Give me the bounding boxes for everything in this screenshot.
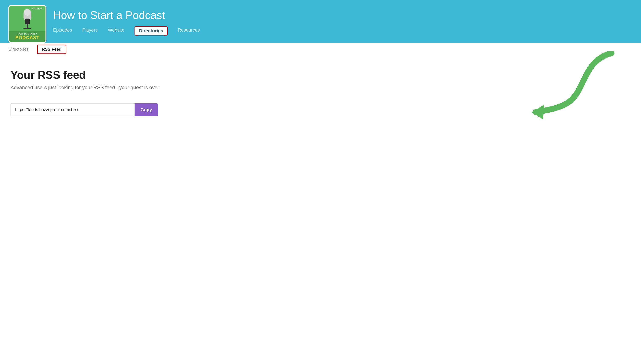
rss-url-input[interactable]	[11, 103, 135, 116]
svg-rect-3	[27, 24, 28, 28]
nav-directories[interactable]: Directories	[135, 26, 168, 36]
rss-feed-subtitle: Advanced users just looking for your RSS…	[11, 84, 630, 90]
nav-resources[interactable]: Resources	[178, 27, 200, 34]
subnav-directories[interactable]: Directories	[9, 44, 29, 55]
rss-input-row: Copy	[11, 103, 158, 116]
logo-podcast-text: PODCAST	[11, 35, 43, 40]
nav-website[interactable]: Website	[108, 27, 124, 34]
podcast-title: How to Start a Podcast	[53, 9, 632, 21]
rss-feed-title: Your RSS feed	[11, 68, 630, 81]
nav-episodes[interactable]: Episodes	[53, 27, 72, 34]
svg-rect-1	[25, 18, 30, 24]
svg-marker-5	[531, 105, 544, 120]
podcast-logo: buzzsprout ↓ HOW TO START A PODCAST	[9, 5, 46, 43]
secondary-nav: Directories RSS Feed	[0, 43, 641, 56]
header-right: How to Start a Podcast Episodes Players …	[53, 5, 632, 36]
subnav-rss-feed[interactable]: RSS Feed	[37, 44, 66, 54]
main-content: Your RSS feed Advanced users just lookin…	[0, 56, 641, 129]
copy-button[interactable]: Copy	[135, 103, 158, 116]
microphone-icon	[17, 8, 38, 32]
svg-rect-4	[24, 28, 31, 29]
nav-players[interactable]: Players	[82, 27, 98, 34]
svg-point-2	[24, 9, 30, 16]
primary-nav: Episodes Players Website Directories Res…	[53, 26, 632, 36]
site-header: buzzsprout ↓ HOW TO START A PODCAST	[0, 0, 641, 43]
